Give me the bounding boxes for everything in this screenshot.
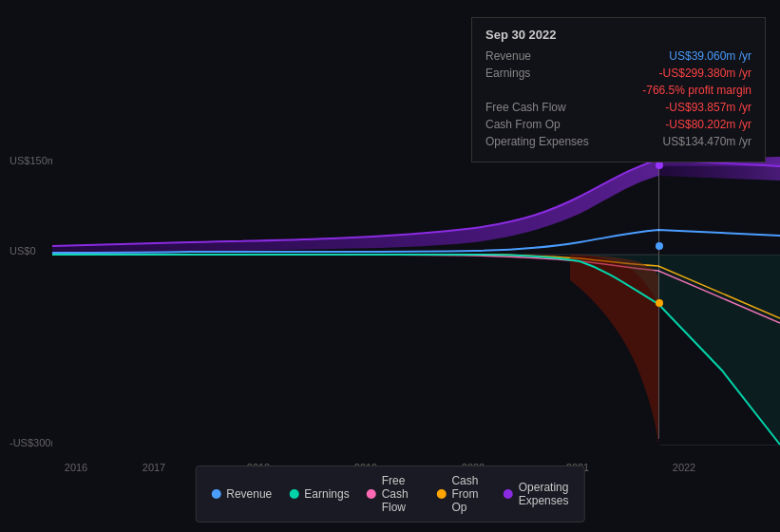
legend-dot-earnings: [289, 489, 298, 499]
legend-label-revenue: Revenue: [226, 487, 272, 501]
tooltip-row-revenue: Revenue US$39.060m /yr: [485, 49, 751, 63]
legend-item-opex[interactable]: Operating Expenses: [504, 474, 569, 514]
legend-item-earnings[interactable]: Earnings: [289, 474, 349, 514]
svg-rect-0: [52, 152, 660, 446]
legend-label-earnings: Earnings: [304, 487, 349, 501]
legend-item-fcf[interactable]: Free Cash Flow: [367, 474, 420, 514]
legend: Revenue Earnings Free Cash Flow Cash Fro…: [195, 466, 585, 522]
tooltip-label-earnings: Earnings: [485, 66, 530, 80]
legend-label-opex: Operating Expenses: [519, 481, 569, 507]
tooltip-value-fcf: -US$93.857m /yr: [665, 101, 751, 114]
tooltip-row-fcf: Free Cash Flow -US$93.857m /yr: [485, 101, 751, 114]
legend-item-revenue[interactable]: Revenue: [211, 474, 272, 514]
legend-item-cashop[interactable]: Cash From Op: [436, 474, 485, 514]
legend-dot-opex: [504, 489, 513, 499]
v-dot-orange: [656, 299, 663, 307]
v-dot-blue: [656, 242, 663, 250]
legend-dot-fcf: [367, 489, 376, 499]
tooltip-row-cashop: Cash From Op -US$80.202m /yr: [485, 118, 751, 131]
tooltip-value-opex: US$134.470m /yr: [663, 135, 751, 148]
tooltip-value-cashop: -US$80.202m /yr: [665, 118, 751, 131]
vertical-indicator: [658, 152, 659, 439]
tooltip-value-margin: -766.5% profit margin: [642, 84, 751, 97]
legend-label-cashop: Cash From Op: [451, 474, 485, 514]
tooltip-box: Sep 30 2022 Revenue US$39.060m /yr Earni…: [471, 17, 766, 162]
tooltip-value-revenue: US$39.060m /yr: [669, 49, 751, 63]
tooltip-label-opex: Operating Expenses: [485, 135, 589, 148]
tooltip-label-cashop: Cash From Op: [485, 118, 561, 131]
tooltip-title: Sep 30 2022: [485, 28, 751, 42]
tooltip-value-earnings: -US$299.380m /yr: [659, 66, 751, 80]
chart-container: Sep 30 2022 Revenue US$39.060m /yr Earni…: [0, 0, 780, 532]
legend-dot-revenue: [211, 489, 220, 499]
legend-label-fcf: Free Cash Flow: [382, 474, 420, 514]
tooltip-label-revenue: Revenue: [485, 49, 531, 63]
tooltip-label-fcf: Free Cash Flow: [485, 101, 566, 114]
tooltip-row-margin: -766.5% profit margin: [485, 84, 751, 97]
legend-dot-cashop: [436, 489, 446, 499]
v-dot-purple: [656, 162, 663, 169]
tooltip-row-earnings: Earnings -US$299.380m /yr: [485, 66, 751, 80]
tooltip-row-opex: Operating Expenses US$134.470m /yr: [485, 135, 751, 148]
